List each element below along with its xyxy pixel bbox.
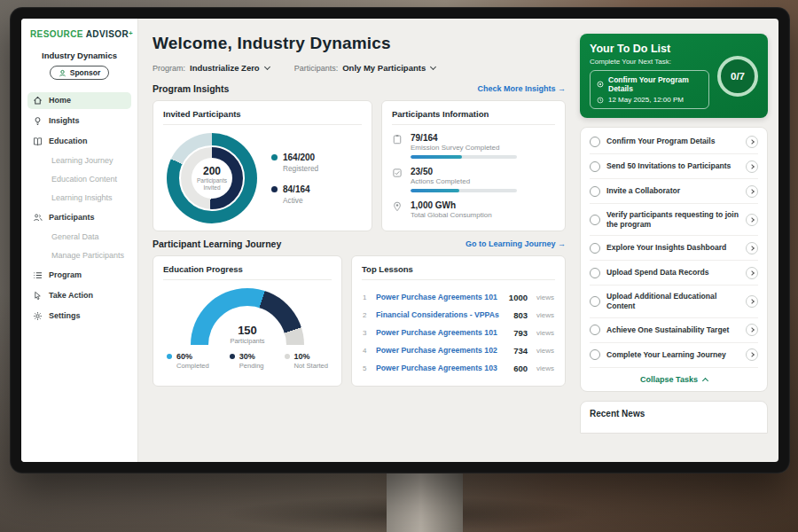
- chevron-down-icon: [430, 64, 436, 70]
- card-title: Top Lessons: [362, 264, 555, 280]
- task-checkbox[interactable]: [590, 161, 600, 172]
- progress-bar-fill: [411, 155, 462, 159]
- legend-pct: 10%: [294, 352, 310, 361]
- task-row[interactable]: Explore Your Insights Dashboard: [590, 236, 758, 261]
- next-task-box[interactable]: Confirm Your Program Details 12 May 2025…: [590, 70, 709, 109]
- task-open-button[interactable]: [746, 242, 758, 254]
- legend-label: Active: [283, 196, 318, 205]
- task-row[interactable]: Confirm Your Program Details: [590, 129, 758, 154]
- sidebar-item-education[interactable]: Education: [27, 133, 131, 150]
- sidebar-item-take-action[interactable]: Take Action: [27, 287, 131, 304]
- sidebar-item-manage-participants[interactable]: Manage Participants: [27, 248, 131, 263]
- education-gauge-chart: 150 Participants: [191, 288, 304, 345]
- task-row[interactable]: Upload Spend Data Records: [590, 261, 758, 286]
- gauge-center-value: 150: [191, 324, 304, 337]
- task-checkbox[interactable]: [590, 186, 600, 197]
- task-checkbox[interactable]: [590, 325, 600, 335]
- sidebar-item-label: Home: [49, 97, 71, 105]
- task-checkbox[interactable]: [590, 243, 600, 254]
- task-label: Confirm Your Program Details: [606, 137, 739, 146]
- task-row[interactable]: Send 50 Invitations to Participants: [590, 154, 758, 179]
- lesson-rank: 4: [363, 347, 370, 355]
- sidebar-nav: Home Insights Education Learning Journey…: [27, 92, 131, 325]
- card-title: Education Progress: [163, 264, 332, 280]
- stat-emission-survey: 79/164 Emission Survey Completed: [392, 133, 555, 159]
- task-row[interactable]: Complete Your Learning Journey: [590, 343, 758, 368]
- lesson-link[interactable]: Power Purchase Agreements 103: [376, 364, 507, 372]
- chevron-right-icon: [749, 352, 755, 357]
- sidebar-item-settings[interactable]: Settings: [27, 308, 131, 325]
- card-title: Invited Participants: [163, 109, 362, 125]
- lesson-views-label: views: [536, 347, 554, 355]
- task-checkbox[interactable]: [590, 137, 600, 147]
- task-open-button[interactable]: [746, 295, 758, 308]
- sidebar-item-insights[interactable]: Insights: [27, 113, 131, 129]
- sidebar-item-education-content[interactable]: Education Content: [27, 172, 131, 187]
- sidebar-item-label: Take Action: [49, 292, 93, 300]
- lesson-views: 1000: [509, 293, 528, 302]
- sidebar-item-home[interactable]: Home: [27, 92, 131, 109]
- lesson-link[interactable]: Power Purchase Agreements 102: [376, 346, 507, 355]
- lesson-rank: 1: [363, 293, 370, 301]
- people-icon: [33, 213, 43, 223]
- sidebar-item-learning-insights[interactable]: Learning Insights: [27, 191, 131, 206]
- recent-news-card: Recent News: [580, 401, 768, 434]
- stat-value: 23/50: [411, 167, 517, 176]
- task-open-button[interactable]: [746, 267, 758, 279]
- program-filter[interactable]: Program: Industrialize Zero: [153, 63, 270, 73]
- task-row[interactable]: Achieve One Sustainability Target: [590, 318, 758, 343]
- lesson-rank: 2: [363, 311, 370, 319]
- task-open-button[interactable]: [746, 214, 758, 226]
- task-row[interactable]: Verify participants requesting to join t…: [590, 204, 758, 236]
- task-open-button[interactable]: [746, 160, 758, 173]
- participants-information-card: Participants Information 79/164 Emission…: [381, 100, 566, 231]
- stat-value: 79/164: [411, 133, 517, 143]
- check-more-insights-link[interactable]: Check More Insights →: [477, 84, 566, 93]
- participants-filter[interactable]: Participants: Only My Participants: [294, 63, 436, 73]
- legend-dot: [271, 154, 278, 160]
- sidebar-item-participants[interactable]: Participants: [27, 209, 131, 226]
- pin-icon: [392, 201, 403, 212]
- sidebar-item-learning-journey[interactable]: Learning Journey: [27, 153, 131, 168]
- stat-global-consumption: 1,000 GWh Total Global Consumption: [392, 200, 555, 219]
- legend-pct: 60%: [176, 352, 192, 361]
- task-open-button[interactable]: [746, 324, 758, 336]
- task-checkbox[interactable]: [590, 349, 600, 360]
- lesson-link[interactable]: Financial Considerations - VPPAs: [376, 310, 507, 319]
- lesson-views: 734: [513, 346, 528, 356]
- task-open-button[interactable]: [746, 185, 758, 198]
- legend-registered: 164/200 Registered: [271, 153, 318, 173]
- sidebar-item-program[interactable]: Program: [27, 267, 131, 284]
- todo-subtitle: Complete Your Next Task:: [590, 58, 709, 66]
- sponsor-badge[interactable]: Sponsor: [50, 66, 109, 80]
- legend-pct: 30%: [239, 352, 255, 361]
- chevron-right-icon: [749, 139, 755, 145]
- lesson-link[interactable]: Power Purchase Agreements 101: [376, 328, 507, 337]
- donut-legend: 164/200 Registered 84/164 Active: [271, 153, 318, 205]
- monitor-stand: [387, 472, 463, 532]
- lesson-views-label: views: [536, 311, 554, 319]
- collapse-tasks-button[interactable]: Collapse Tasks: [590, 368, 758, 391]
- task-row[interactable]: Invite a Collaborator: [590, 179, 758, 204]
- go-to-learning-journey-link[interactable]: Go to Learning Journey →: [466, 239, 566, 248]
- task-checkbox[interactable]: [590, 215, 600, 225]
- lesson-link[interactable]: Power Purchase Agreements 101: [376, 293, 503, 301]
- task-checkbox[interactable]: [590, 296, 600, 307]
- book-icon: [33, 137, 43, 146]
- task-list-card: Confirm Your Program Details Send 50 Inv…: [580, 127, 768, 392]
- task-open-button[interactable]: [746, 348, 758, 361]
- sidebar-item-general-data[interactable]: General Data: [27, 230, 131, 245]
- program-insights-cards: Invited Participants 200 Participants In…: [153, 100, 566, 231]
- dashboard-screen: RESOURCE ADVISOR+ Industry Dynamics Spon…: [21, 19, 778, 462]
- task-open-button[interactable]: [746, 136, 758, 148]
- main-content: Welcome, Industry Dynamics Program: Indu…: [138, 19, 576, 462]
- program-filter-label: Program:: [153, 64, 185, 73]
- lesson-views: 600: [513, 364, 528, 373]
- task-row[interactable]: Upload Additional Educational Content: [590, 286, 758, 317]
- task-label: Invite a Collaborator: [606, 186, 739, 196]
- progress-bar-fill: [411, 189, 459, 192]
- lesson-row: 1 Power Purchase Agreements 101 1000view…: [362, 288, 555, 306]
- task-checkbox[interactable]: [590, 268, 600, 278]
- donut-center-value: 200: [203, 165, 221, 177]
- legend-value: 84/164: [283, 184, 310, 194]
